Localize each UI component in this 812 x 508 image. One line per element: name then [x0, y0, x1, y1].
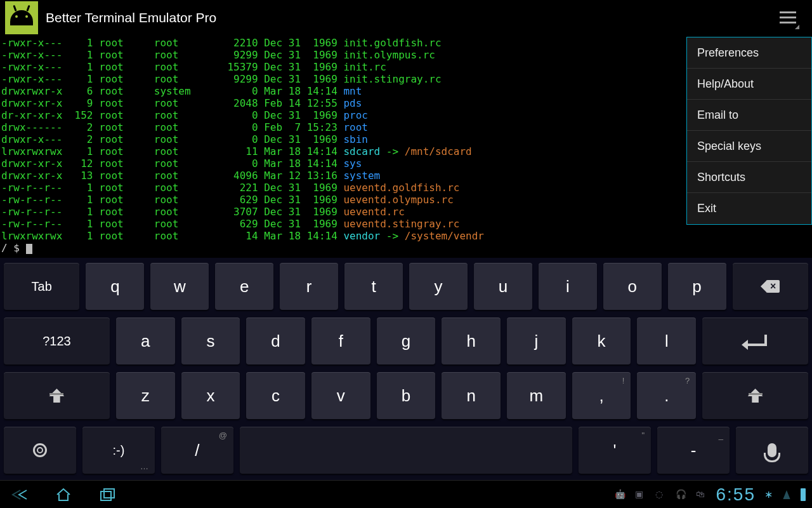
key-x[interactable]: x — [181, 372, 240, 419]
cursor — [26, 244, 32, 254]
key-label: h — [466, 331, 475, 351]
svg-rect-1 — [104, 489, 114, 498]
key-label: y — [434, 277, 442, 297]
battery-icon — [801, 488, 806, 501]
key-f[interactable]: f — [311, 318, 370, 364]
key-label: x — [206, 386, 214, 406]
key-e[interactable]: e — [215, 263, 273, 310]
key-o[interactable]: o — [603, 263, 662, 310]
key-label: j — [535, 331, 539, 351]
key-r[interactable]: r — [280, 263, 338, 310]
key-label: z — [141, 386, 150, 406]
key-space[interactable] — [240, 427, 572, 474]
backspace-icon: × — [761, 280, 780, 293]
key-label: c — [272, 386, 280, 406]
key-n[interactable]: n — [442, 372, 501, 419]
key-Tab[interactable]: Tab — [4, 263, 79, 310]
key-[interactable]: /@ — [161, 427, 233, 474]
svg-rect-0 — [101, 491, 111, 500]
key-secondary: ! — [622, 376, 625, 385]
settings-icon — [33, 443, 47, 457]
recent-apps-button[interactable] — [95, 485, 121, 504]
menu-item-shortcuts[interactable]: Shortcuts — [687, 162, 811, 193]
key-u[interactable]: u — [474, 263, 532, 310]
menu-item-preferences[interactable]: Preferences — [687, 37, 811, 69]
key-[interactable]: '" — [579, 427, 651, 474]
key-secondary: ? — [685, 376, 690, 385]
key-s[interactable]: s — [181, 318, 240, 364]
key-z[interactable]: z — [116, 372, 175, 419]
key-k[interactable]: k — [572, 318, 631, 364]
key-[interactable]: .? — [637, 372, 696, 419]
key-label: / — [195, 441, 199, 460]
key-label: g — [402, 331, 410, 351]
system-nav-bar: 🤖 ▣ ◌ 🎧 🛍 6:55 ∗ — [0, 480, 812, 508]
key-label: k — [598, 331, 606, 351]
options-menu: PreferencesHelp/AboutEmail toSpecial key… — [686, 37, 812, 225]
key-j[interactable]: j — [507, 318, 566, 364]
clock: 6:55 — [716, 485, 756, 505]
key-label: l — [665, 331, 669, 351]
key-b[interactable]: b — [377, 372, 436, 419]
key-label: p — [692, 277, 701, 297]
shop-tray-icon: 🛍 — [696, 489, 707, 500]
prompt: / $ — [1, 242, 26, 254]
home-button[interactable] — [51, 485, 76, 504]
key-label: f — [339, 331, 343, 351]
key-d[interactable]: d — [246, 318, 305, 364]
key-mic[interactable] — [736, 427, 808, 474]
app-title: Better Terminal Emulator Pro — [46, 10, 216, 25]
key-a[interactable]: a — [116, 318, 175, 364]
key-label: o — [627, 277, 636, 297]
key-shift[interactable] — [4, 372, 110, 419]
app-icon — [5, 1, 38, 34]
key-v[interactable]: v — [311, 372, 370, 419]
wifi-icon — [783, 490, 790, 499]
headphones-tray-icon: 🎧 — [676, 489, 687, 500]
key-label: i — [566, 277, 570, 297]
menu-item-help-about[interactable]: Help/About — [687, 69, 811, 100]
terminal-tray-icon: ▣ — [635, 489, 646, 500]
key-h[interactable]: h — [442, 318, 501, 364]
title-bar: Better Terminal Emulator Pro — [0, 0, 812, 36]
key-label: t — [371, 277, 376, 297]
key-label: :-) — [112, 443, 124, 458]
key-secondary: " — [641, 431, 645, 440]
back-button[interactable] — [6, 485, 32, 504]
key-gear[interactable] — [4, 427, 76, 474]
key-backspace[interactable]: × — [733, 263, 808, 310]
key-l[interactable]: l — [637, 318, 696, 364]
key-label: v — [337, 386, 345, 406]
key-label: n — [466, 386, 475, 406]
key-q[interactable]: q — [86, 263, 144, 310]
key-label: ?123 — [43, 334, 71, 349]
on-screen-keyboard: Tabqwertyuiop×?123asdfghjklzxcvbnm,!.?:-… — [0, 258, 812, 480]
key-label: b — [402, 386, 410, 406]
key-[interactable]: -_ — [657, 427, 730, 474]
key-label: Tab — [32, 279, 52, 294]
key-i[interactable]: i — [539, 263, 597, 310]
key-[interactable]: :-)… — [82, 427, 155, 474]
key-y[interactable]: y — [409, 263, 468, 310]
key-label: q — [110, 277, 119, 297]
key-secondary: @ — [219, 431, 227, 440]
key-shift[interactable] — [702, 372, 808, 419]
menu-item-exit[interactable]: Exit — [687, 193, 811, 224]
key-[interactable]: ,! — [572, 372, 631, 419]
key-123[interactable]: ?123 — [4, 318, 110, 364]
menu-item-email-to[interactable]: Email to — [687, 100, 811, 131]
key-t[interactable]: t — [344, 263, 403, 310]
key-label: a — [141, 331, 150, 351]
key-w[interactable]: w — [150, 263, 209, 310]
key-c[interactable]: c — [246, 372, 305, 419]
key-enter[interactable] — [702, 318, 808, 364]
key-label: , — [599, 386, 604, 406]
key-secondary: _ — [719, 431, 723, 440]
key-p[interactable]: p — [668, 263, 726, 310]
key-m[interactable]: m — [507, 372, 566, 419]
key-label: u — [499, 277, 508, 297]
terminal-line: lrwxrwxrwx 1 root root 14 Mar 18 14:14 v… — [1, 230, 811, 242]
menu-item-special-keys[interactable]: Special keys — [687, 131, 811, 162]
key-g[interactable]: g — [377, 318, 436, 364]
menu-button[interactable] — [775, 8, 801, 27]
